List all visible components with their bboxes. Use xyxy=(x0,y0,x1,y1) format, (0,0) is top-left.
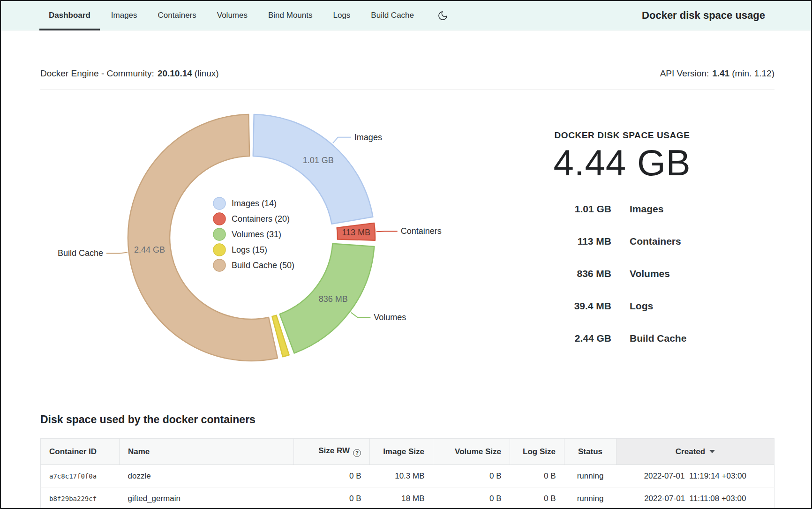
usage-row-label: Build Cache xyxy=(630,333,774,344)
cell-volume-size: 0 B xyxy=(433,465,510,487)
usage-row-label: Logs xyxy=(630,300,774,312)
cell-status: running xyxy=(564,487,617,509)
containers-table-section: Disk space used by the docker containers… xyxy=(40,413,774,509)
legend-label-volumes: Volumes (31) xyxy=(232,230,281,239)
engine-platform: (linux) xyxy=(195,68,219,78)
segment-name-label-volumes: Volumes xyxy=(374,313,406,322)
tab-build-cache[interactable]: Build Cache xyxy=(361,1,423,30)
segment-size-label-volumes: 836 MB xyxy=(319,294,348,304)
size-rw-help-icon[interactable]: ? xyxy=(353,449,361,457)
cell-log-size: 0 B xyxy=(510,465,564,487)
segment-name-label-containers: Containers xyxy=(401,226,442,236)
cell-status: running xyxy=(564,465,617,487)
containers-table: Container IDNameSize RW?Image SizeVolume… xyxy=(40,438,774,509)
usage-row-size: 836 MB xyxy=(470,268,611,279)
disk-usage-donut-chart: 1.01 GBImages113 MBContainers836 MBVolum… xyxy=(20,99,451,367)
api-version-label: API Version: xyxy=(660,68,709,78)
app-title: Docker disk space usage xyxy=(642,9,765,22)
cell-name: dozzle xyxy=(120,465,294,487)
usage-panel-heading: DOCKER DISK SPACE USAGE xyxy=(470,130,774,141)
usage-summary-panel: DOCKER DISK SPACE USAGE 4.44 GB 1.01 GBI… xyxy=(470,130,774,344)
table-body: a7c8c17f0f0adozzle0 B10.3 MB0 B0 Brunnin… xyxy=(41,465,774,509)
app-window: DashboardImagesContainersVolumesBind Mou… xyxy=(0,0,812,509)
cell-size-rw: 0 B xyxy=(294,465,370,487)
usage-row-label: Images xyxy=(630,203,774,215)
cell-container-id: b8f29ba229cf xyxy=(41,487,120,509)
segment-name-label-images: Images xyxy=(354,133,382,142)
tab-volumes[interactable]: Volumes xyxy=(208,1,257,30)
column-header-image-size[interactable]: Image Size xyxy=(370,439,433,465)
cell-size-rw: 0 B xyxy=(294,487,370,509)
usage-total-value: 4.44 GB xyxy=(470,143,774,182)
usage-row-size: 113 MB xyxy=(470,236,611,247)
cell-image-size: 10.3 MB xyxy=(370,465,433,487)
column-header-size-rw[interactable]: Size RW? xyxy=(294,439,370,465)
engine-version-info: Docker Engine - Community:20.10.14(linux… xyxy=(40,68,219,79)
api-version-min: (min. 1.12) xyxy=(732,68,774,78)
legend-item-containers[interactable]: Containers (20) xyxy=(213,213,290,225)
column-header-container-id[interactable]: Container ID xyxy=(41,439,120,465)
containers-table-heading: Disk space used by the docker containers xyxy=(40,413,774,426)
leader-line-images xyxy=(333,137,351,143)
container-row: b8f29ba229cfgifted_germain0 B18 MB0 B0 B… xyxy=(41,487,774,509)
engine-info-row: Docker Engine - Community:20.10.14(linux… xyxy=(40,66,774,82)
table-header-row: Container IDNameSize RW?Image SizeVolume… xyxy=(41,439,774,465)
usage-row-label: Containers xyxy=(630,236,774,247)
legend-label-containers: Containers (20) xyxy=(232,214,290,224)
column-header-log-size[interactable]: Log Size xyxy=(510,439,564,465)
tab-dashboard[interactable]: Dashboard xyxy=(39,1,100,30)
legend-label-build-cache: Build Cache (50) xyxy=(232,261,294,270)
legend-item-images[interactable]: Images (14) xyxy=(213,197,277,210)
engine-label: Docker Engine - Community: xyxy=(40,68,154,78)
moon-icon xyxy=(437,10,448,21)
column-header-status[interactable]: Status xyxy=(564,439,617,465)
leader-line-containers xyxy=(376,231,398,232)
usage-row-label: Volumes xyxy=(630,268,774,279)
leader-line-volumes xyxy=(351,313,371,317)
legend-label-logs: Logs (15) xyxy=(232,245,267,254)
cell-image-size: 18 MB xyxy=(370,487,433,509)
section-divider xyxy=(40,90,774,90)
tab-containers[interactable]: Containers xyxy=(149,1,206,30)
cell-created: 2022-07-01 11:19:14 +03:00 xyxy=(617,465,774,487)
segment-name-label-build-cache: Build Cache xyxy=(58,248,103,258)
usage-row-size: 1.01 GB xyxy=(470,203,611,215)
tab-logs[interactable]: Logs xyxy=(323,1,360,30)
legend-dot-volumes xyxy=(213,228,226,240)
engine-version: 20.10.14 xyxy=(158,68,192,78)
column-header-volume-size[interactable]: Volume Size xyxy=(433,439,510,465)
usage-breakdown-list: 1.01 GBImages113 MBContainers836 MBVolum… xyxy=(470,203,774,344)
cell-container-id: a7c8c17f0f0a xyxy=(41,465,120,487)
column-header-created[interactable]: Created xyxy=(617,439,774,465)
column-header-name[interactable]: Name xyxy=(120,439,294,465)
legend-item-volumes[interactable]: Volumes (31) xyxy=(213,228,281,240)
api-version-value: 1.41 xyxy=(712,68,729,78)
segment-size-label-build-cache: 2.44 GB xyxy=(134,245,165,254)
leader-line-build-cache xyxy=(106,252,128,253)
cell-log-size: 0 B xyxy=(510,487,564,509)
legend-item-logs[interactable]: Logs (15) xyxy=(213,244,267,256)
top-navbar: DashboardImagesContainersVolumesBind Mou… xyxy=(1,1,811,30)
sort-desc-icon xyxy=(709,450,715,453)
cell-name: gifted_germain xyxy=(120,487,294,509)
cell-created: 2022-07-01 11:11:08 +03:00 xyxy=(617,487,774,509)
legend-dot-logs xyxy=(213,244,226,256)
legend-item-build-cache[interactable]: Build Cache (50) xyxy=(213,259,294,271)
api-version-info: API Version:1.41(min. 1.12) xyxy=(660,68,774,79)
tab-images[interactable]: Images xyxy=(102,1,147,30)
legend-label-images: Images (14) xyxy=(232,199,277,208)
nav-tabs: DashboardImagesContainersVolumesBind Mou… xyxy=(39,1,423,30)
legend-dot-build-cache xyxy=(213,259,226,271)
cell-volume-size: 0 B xyxy=(433,487,510,509)
legend-dot-images xyxy=(213,197,226,210)
segment-size-label-containers: 113 MB xyxy=(342,228,370,237)
legend-dot-containers xyxy=(213,213,226,225)
container-row: a7c8c17f0f0adozzle0 B10.3 MB0 B0 Brunnin… xyxy=(41,465,774,487)
segment-size-label-images: 1.01 GB xyxy=(303,156,334,165)
theme-toggle-button[interactable] xyxy=(436,8,450,23)
usage-row-size: 2.44 GB xyxy=(470,333,611,344)
usage-row-size: 39.4 MB xyxy=(470,300,611,312)
tab-bind-mounts[interactable]: Bind Mounts xyxy=(259,1,322,30)
